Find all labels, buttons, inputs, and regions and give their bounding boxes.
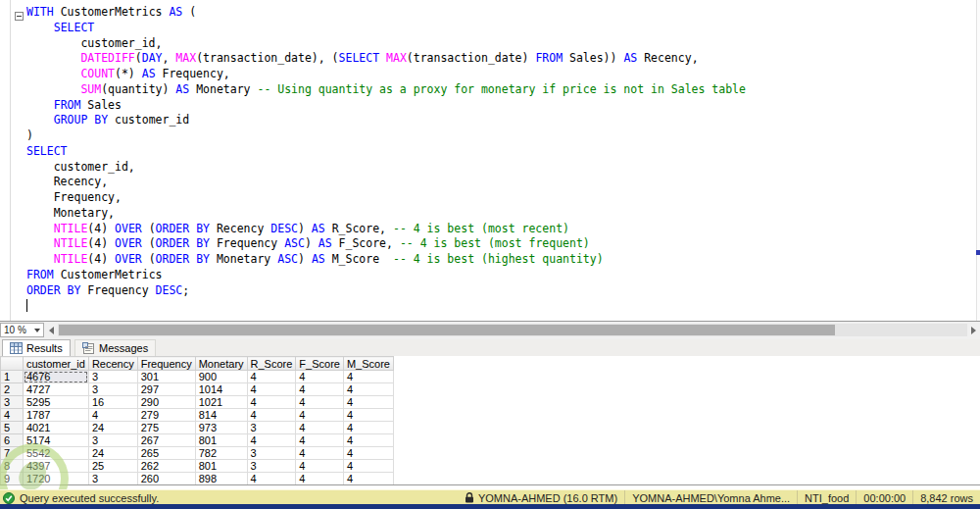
table-row: 35295162901021444 xyxy=(1,396,394,409)
row-header[interactable]: 3 xyxy=(1,396,24,409)
grid-cell[interactable]: 4 xyxy=(343,473,393,485)
grid-cell[interactable]: 3 xyxy=(88,371,137,383)
grid-cell[interactable]: 24 xyxy=(88,422,137,434)
row-header[interactable]: 7 xyxy=(1,447,24,460)
grid-cell[interactable]: 3 xyxy=(247,460,296,473)
tab-results-label: Results xyxy=(26,342,63,354)
grid-cell[interactable]: 4021 xyxy=(24,422,89,434)
grid-cell[interactable]: 782 xyxy=(195,447,247,460)
grid-cell[interactable]: 801 xyxy=(195,460,247,473)
grid-cell[interactable]: 900 xyxy=(195,371,247,383)
grid-cell[interactable]: 25 xyxy=(88,460,137,473)
arrow-right-icon xyxy=(971,327,976,334)
grid-cell[interactable]: 4 xyxy=(247,371,296,383)
grid-cell[interactable]: 4 xyxy=(296,396,344,409)
scroll-right-button[interactable] xyxy=(968,324,979,336)
grid-cell[interactable]: 279 xyxy=(137,409,195,422)
editor-zoom-dropdown[interactable]: 10 % xyxy=(0,323,44,337)
code-fold-collapse-icon[interactable] xyxy=(15,12,24,21)
hscroll-thumb[interactable] xyxy=(59,325,835,335)
grid-cell[interactable]: 801 xyxy=(195,434,247,447)
hscroll-track[interactable] xyxy=(58,324,967,336)
column-header-r_score[interactable]: R_Score xyxy=(247,357,296,371)
grid-cell[interactable]: 275 xyxy=(137,422,195,434)
row-header[interactable]: 9 xyxy=(1,473,24,485)
grid-cell[interactable]: 4 xyxy=(343,422,393,434)
grid-cell[interactable]: 4 xyxy=(88,409,137,422)
login-name: YOMNA-AHMED\Yomna Ahme... xyxy=(632,492,790,504)
grid-cell[interactable]: 4 xyxy=(247,473,296,485)
grid-cell[interactable]: 4 xyxy=(296,371,344,383)
grid-cell[interactable]: 973 xyxy=(195,422,247,434)
row-header[interactable]: 6 xyxy=(1,434,24,447)
column-header-m_score[interactable]: M_Score xyxy=(343,357,393,371)
grid-cell[interactable]: 3 xyxy=(88,434,137,447)
grid-cell-selected[interactable]: 4676 xyxy=(24,371,89,383)
grid-cell[interactable]: 4 xyxy=(247,434,296,447)
grid-cell[interactable]: 4 xyxy=(247,396,296,409)
tab-results[interactable]: Results xyxy=(2,339,71,356)
grid-cell[interactable]: 16 xyxy=(88,396,137,409)
grid-cell[interactable]: 4 xyxy=(247,409,296,422)
row-header[interactable]: 1 xyxy=(1,371,24,383)
grid-cell[interactable]: 260 xyxy=(137,473,195,485)
grid-cell[interactable]: 3 xyxy=(247,422,296,434)
column-header-frequency[interactable]: Frequency xyxy=(137,357,195,371)
server-status-item: YOMNA-AHMED (16.0 RTM) xyxy=(458,490,624,505)
tab-messages[interactable]: Messages xyxy=(74,339,156,356)
column-header-recency[interactable]: Recency xyxy=(88,357,137,371)
grid-cell[interactable]: 4 xyxy=(296,434,344,447)
grid-cell[interactable]: 1021 xyxy=(195,396,247,409)
grid-cell[interactable]: 4 xyxy=(343,371,393,383)
grid-cell[interactable]: 4727 xyxy=(24,383,89,396)
scroll-left-button[interactable] xyxy=(46,324,57,336)
grid-cell[interactable]: 4 xyxy=(343,383,393,396)
grid-cell[interactable]: 5174 xyxy=(24,434,89,447)
grid-cell[interactable]: 898 xyxy=(195,473,247,485)
results-grid-icon xyxy=(10,342,23,354)
grid-cell[interactable]: 4 xyxy=(247,383,296,396)
grid-cell[interactable]: 4 xyxy=(343,460,393,473)
grid-cell[interactable]: 297 xyxy=(137,383,195,396)
ssms-window: { "editor": { "zoom_value": "10 %", "tok… xyxy=(0,0,980,509)
query-duration: 00:00:00 xyxy=(863,492,906,504)
grid-cell[interactable]: 301 xyxy=(137,371,195,383)
grid-cell[interactable]: 5542 xyxy=(24,447,89,460)
grid-cell[interactable]: 290 xyxy=(137,396,195,409)
grid-cell[interactable]: 4 xyxy=(343,434,393,447)
column-header-customer_id[interactable]: customer_id xyxy=(24,357,89,371)
grid-cell[interactable]: 4 xyxy=(343,409,393,422)
grid-cell[interactable]: 4 xyxy=(296,409,344,422)
grid-cell[interactable]: 3 xyxy=(88,383,137,396)
grid-cell[interactable]: 4 xyxy=(296,460,344,473)
grid-cell[interactable]: 4 xyxy=(296,473,344,485)
grid-cell[interactable]: 262 xyxy=(137,460,195,473)
row-header[interactable]: 2 xyxy=(1,383,24,396)
grid-cell[interactable]: 267 xyxy=(137,434,195,447)
grid-cell[interactable]: 4 xyxy=(343,396,393,409)
grid-cell[interactable]: 814 xyxy=(195,409,247,422)
grid-cell[interactable]: 4 xyxy=(296,422,344,434)
grid-cell[interactable]: 1787 xyxy=(24,409,89,422)
column-header-monetary[interactable]: Monetary xyxy=(195,357,247,371)
grid-cell[interactable]: 24 xyxy=(88,447,137,460)
table-row: 7554224265782344 xyxy=(1,447,394,460)
grid-cell[interactable]: 3 xyxy=(88,473,137,485)
grid-cell[interactable]: 1720 xyxy=(24,473,89,485)
grid-cell[interactable]: 5295 xyxy=(24,396,89,409)
grid-cell[interactable]: 4397 xyxy=(24,460,89,473)
grid-cell[interactable]: 265 xyxy=(137,447,195,460)
row-header[interactable]: 4 xyxy=(1,409,24,422)
grid-cell[interactable]: 3 xyxy=(247,447,296,460)
grid-cell[interactable]: 1014 xyxy=(195,383,247,396)
column-header-f_score[interactable]: F_Score xyxy=(296,357,344,371)
code-line: DATEDIFF(DAY, MAX(transaction_date), (SE… xyxy=(26,51,746,67)
query-editor[interactable]: WITH CustomerMetrics AS ( SELECT custome… xyxy=(0,0,980,322)
grid-cell[interactable]: 4 xyxy=(296,383,344,396)
grid-cell[interactable]: 4 xyxy=(343,447,393,460)
row-header[interactable]: 5 xyxy=(1,422,24,434)
grid-cell[interactable]: 4 xyxy=(296,447,344,460)
row-header[interactable]: 8 xyxy=(1,460,24,473)
grid-corner-header[interactable] xyxy=(1,357,24,371)
table-row: 2472732971014444 xyxy=(1,383,394,396)
